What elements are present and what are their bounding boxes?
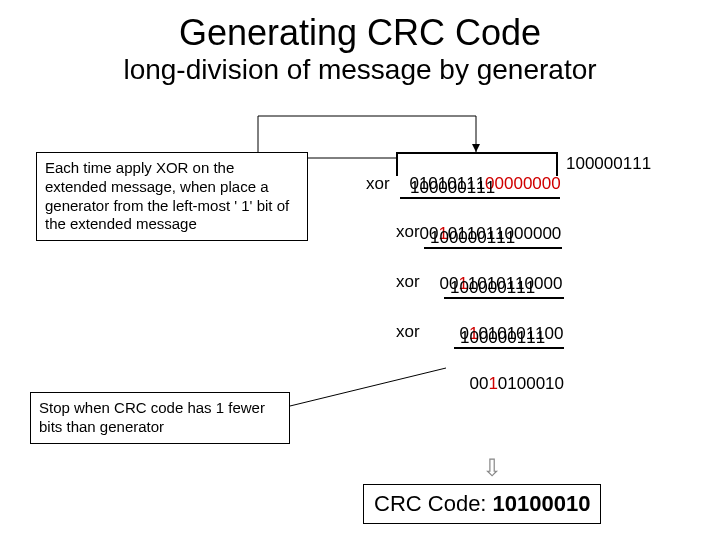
xor-label-3: xor [396,272,420,292]
page-title: Generating CRC Code [0,12,720,54]
callout-top: Each time apply XOR on the extended mess… [36,152,308,241]
step3-gen: 100000111 [460,328,545,348]
step1-gen: 100000111 [430,228,515,248]
divisor-outside: 100000111 [566,154,651,174]
svg-line-6 [290,368,446,406]
xor-label-4: xor [396,322,420,342]
page-subtitle: long-division of message by generator [0,54,720,86]
down-arrow-icon: ⇩ [482,454,502,482]
crc-value: 10100010 [493,491,591,516]
callout-bottom: Stop when CRC code has 1 fewer bits than… [30,392,290,444]
svg-marker-5 [472,144,480,152]
crc-result-box: CRC Code: 10100010 [363,484,601,524]
xor-label-1: xor [366,174,390,194]
dividend-padding: 00000000 [485,174,561,193]
crc-label: CRC Code: [374,491,493,516]
step4-res: 0010100010 [460,354,564,394]
step2-gen: 100000111 [450,278,535,298]
step0-gen: 100000111 [410,178,495,198]
